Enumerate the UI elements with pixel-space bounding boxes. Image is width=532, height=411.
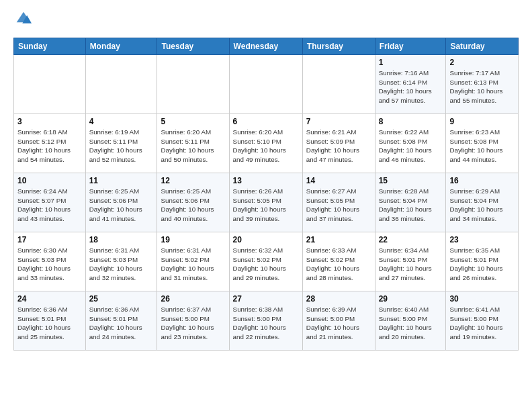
day-info: Sunrise: 6:20 AM Sunset: 5:10 PM Dayligh… bbox=[233, 128, 299, 165]
day-number: 28 bbox=[306, 294, 371, 304]
header bbox=[13, 11, 519, 30]
day-number: 3 bbox=[17, 117, 82, 126]
day-cell: 3Sunrise: 6:18 AM Sunset: 5:12 PM Daylig… bbox=[14, 114, 86, 173]
day-cell bbox=[229, 55, 302, 114]
logo-icon bbox=[15, 11, 32, 27]
day-number: 29 bbox=[379, 294, 443, 304]
day-cell: 1Sunrise: 7:16 AM Sunset: 6:14 PM Daylig… bbox=[375, 55, 446, 114]
day-number: 15 bbox=[379, 176, 443, 185]
day-info: Sunrise: 6:35 AM Sunset: 5:01 PM Dayligh… bbox=[449, 246, 515, 283]
weekday-wednesday: Wednesday bbox=[229, 38, 302, 55]
day-info: Sunrise: 6:27 AM Sunset: 5:05 PM Dayligh… bbox=[306, 187, 371, 224]
day-cell: 8Sunrise: 6:22 AM Sunset: 5:08 PM Daylig… bbox=[375, 114, 446, 173]
day-number: 18 bbox=[89, 235, 154, 244]
day-cell: 18Sunrise: 6:31 AM Sunset: 5:03 PM Dayli… bbox=[85, 232, 157, 291]
day-info: Sunrise: 6:28 AM Sunset: 5:04 PM Dayligh… bbox=[379, 187, 443, 224]
day-info: Sunrise: 7:17 AM Sunset: 6:13 PM Dayligh… bbox=[449, 68, 515, 105]
day-info: Sunrise: 6:40 AM Sunset: 5:00 PM Dayligh… bbox=[379, 305, 443, 342]
day-info: Sunrise: 6:37 AM Sunset: 5:00 PM Dayligh… bbox=[161, 305, 225, 342]
day-cell: 5Sunrise: 6:20 AM Sunset: 5:11 PM Daylig… bbox=[157, 114, 229, 173]
day-number: 6 bbox=[233, 117, 299, 126]
day-info: Sunrise: 6:22 AM Sunset: 5:08 PM Dayligh… bbox=[379, 128, 443, 165]
day-number: 5 bbox=[161, 117, 225, 126]
day-cell: 16Sunrise: 6:29 AM Sunset: 5:04 PM Dayli… bbox=[446, 173, 519, 232]
weekday-thursday: Thursday bbox=[302, 38, 375, 55]
day-info: Sunrise: 6:32 AM Sunset: 5:02 PM Dayligh… bbox=[233, 246, 299, 283]
week-row-2: 3Sunrise: 6:18 AM Sunset: 5:12 PM Daylig… bbox=[14, 114, 519, 173]
weekday-header-row: SundayMondayTuesdayWednesdayThursdayFrid… bbox=[14, 38, 519, 55]
day-cell: 15Sunrise: 6:28 AM Sunset: 5:04 PM Dayli… bbox=[375, 173, 446, 232]
day-cell: 17Sunrise: 6:30 AM Sunset: 5:03 PM Dayli… bbox=[14, 232, 86, 291]
day-info: Sunrise: 6:41 AM Sunset: 5:00 PM Dayligh… bbox=[449, 305, 515, 342]
day-cell: 29Sunrise: 6:40 AM Sunset: 5:00 PM Dayli… bbox=[375, 291, 446, 351]
week-row-4: 17Sunrise: 6:30 AM Sunset: 5:03 PM Dayli… bbox=[14, 232, 519, 291]
logo bbox=[13, 11, 32, 30]
day-number: 9 bbox=[449, 117, 515, 126]
day-cell: 20Sunrise: 6:32 AM Sunset: 5:02 PM Dayli… bbox=[229, 232, 302, 291]
day-cell bbox=[85, 55, 157, 114]
week-row-1: 1Sunrise: 7:16 AM Sunset: 6:14 PM Daylig… bbox=[14, 55, 519, 114]
day-cell: 26Sunrise: 6:37 AM Sunset: 5:00 PM Dayli… bbox=[157, 291, 229, 351]
day-number: 10 bbox=[17, 176, 82, 185]
day-info: Sunrise: 6:23 AM Sunset: 5:08 PM Dayligh… bbox=[449, 128, 515, 165]
calendar: SundayMondayTuesdayWednesdayThursdayFrid… bbox=[13, 38, 519, 351]
day-number: 23 bbox=[449, 235, 515, 244]
day-number: 24 bbox=[17, 294, 82, 304]
day-number: 11 bbox=[89, 176, 154, 185]
day-cell: 9Sunrise: 6:23 AM Sunset: 5:08 PM Daylig… bbox=[446, 114, 519, 173]
day-info: Sunrise: 6:34 AM Sunset: 5:01 PM Dayligh… bbox=[379, 246, 443, 283]
day-number: 14 bbox=[306, 176, 371, 185]
day-cell: 7Sunrise: 6:21 AM Sunset: 5:09 PM Daylig… bbox=[302, 114, 375, 173]
day-cell: 11Sunrise: 6:25 AM Sunset: 5:06 PM Dayli… bbox=[85, 173, 157, 232]
day-info: Sunrise: 6:21 AM Sunset: 5:09 PM Dayligh… bbox=[306, 128, 371, 165]
day-cell: 25Sunrise: 6:36 AM Sunset: 5:01 PM Dayli… bbox=[85, 291, 157, 351]
day-cell: 30Sunrise: 6:41 AM Sunset: 5:00 PM Dayli… bbox=[446, 291, 519, 351]
day-number: 19 bbox=[161, 235, 225, 244]
day-cell: 6Sunrise: 6:20 AM Sunset: 5:10 PM Daylig… bbox=[229, 114, 302, 173]
day-cell: 13Sunrise: 6:26 AM Sunset: 5:05 PM Dayli… bbox=[229, 173, 302, 232]
day-cell: 19Sunrise: 6:31 AM Sunset: 5:02 PM Dayli… bbox=[157, 232, 229, 291]
day-cell bbox=[302, 55, 375, 114]
day-cell: 14Sunrise: 6:27 AM Sunset: 5:05 PM Dayli… bbox=[302, 173, 375, 232]
day-cell: 21Sunrise: 6:33 AM Sunset: 5:02 PM Dayli… bbox=[302, 232, 375, 291]
day-info: Sunrise: 6:33 AM Sunset: 5:02 PM Dayligh… bbox=[306, 246, 371, 283]
day-number: 30 bbox=[449, 294, 515, 304]
day-info: Sunrise: 6:38 AM Sunset: 5:00 PM Dayligh… bbox=[233, 305, 299, 342]
weekday-saturday: Saturday bbox=[446, 38, 519, 55]
day-cell: 23Sunrise: 6:35 AM Sunset: 5:01 PM Dayli… bbox=[446, 232, 519, 291]
weekday-monday: Monday bbox=[85, 38, 157, 55]
day-info: Sunrise: 6:24 AM Sunset: 5:07 PM Dayligh… bbox=[17, 187, 82, 224]
day-info: Sunrise: 6:18 AM Sunset: 5:12 PM Dayligh… bbox=[17, 128, 82, 165]
day-info: Sunrise: 6:25 AM Sunset: 5:06 PM Dayligh… bbox=[161, 187, 225, 224]
day-cell: 22Sunrise: 6:34 AM Sunset: 5:01 PM Dayli… bbox=[375, 232, 446, 291]
day-cell: 10Sunrise: 6:24 AM Sunset: 5:07 PM Dayli… bbox=[14, 173, 86, 232]
week-row-3: 10Sunrise: 6:24 AM Sunset: 5:07 PM Dayli… bbox=[14, 173, 519, 232]
day-info: Sunrise: 6:25 AM Sunset: 5:06 PM Dayligh… bbox=[89, 187, 154, 224]
day-cell: 27Sunrise: 6:38 AM Sunset: 5:00 PM Dayli… bbox=[229, 291, 302, 351]
day-number: 25 bbox=[89, 294, 154, 304]
day-cell bbox=[14, 55, 86, 114]
day-number: 26 bbox=[161, 294, 225, 304]
day-info: Sunrise: 6:31 AM Sunset: 5:02 PM Dayligh… bbox=[161, 246, 225, 283]
day-number: 17 bbox=[17, 235, 82, 244]
day-cell: 4Sunrise: 6:19 AM Sunset: 5:11 PM Daylig… bbox=[85, 114, 157, 173]
day-number: 22 bbox=[379, 235, 443, 244]
week-row-5: 24Sunrise: 6:36 AM Sunset: 5:01 PM Dayli… bbox=[14, 291, 519, 351]
page: SundayMondayTuesdayWednesdayThursdayFrid… bbox=[0, 0, 532, 361]
day-info: Sunrise: 6:29 AM Sunset: 5:04 PM Dayligh… bbox=[449, 187, 515, 224]
day-cell: 2Sunrise: 7:17 AM Sunset: 6:13 PM Daylig… bbox=[446, 55, 519, 114]
day-number: 16 bbox=[449, 176, 515, 185]
day-info: Sunrise: 6:26 AM Sunset: 5:05 PM Dayligh… bbox=[233, 187, 299, 224]
day-number: 7 bbox=[306, 117, 371, 126]
day-cell: 12Sunrise: 6:25 AM Sunset: 5:06 PM Dayli… bbox=[157, 173, 229, 232]
day-cell bbox=[157, 55, 229, 114]
weekday-sunday: Sunday bbox=[14, 38, 86, 55]
day-info: Sunrise: 6:31 AM Sunset: 5:03 PM Dayligh… bbox=[89, 246, 154, 283]
day-number: 8 bbox=[379, 117, 443, 126]
day-info: Sunrise: 6:39 AM Sunset: 5:00 PM Dayligh… bbox=[306, 305, 371, 342]
day-number: 4 bbox=[89, 117, 154, 126]
day-info: Sunrise: 6:36 AM Sunset: 5:01 PM Dayligh… bbox=[89, 305, 154, 342]
day-number: 27 bbox=[233, 294, 299, 304]
day-info: Sunrise: 6:20 AM Sunset: 5:11 PM Dayligh… bbox=[161, 128, 225, 165]
day-info: Sunrise: 7:16 AM Sunset: 6:14 PM Dayligh… bbox=[379, 68, 443, 105]
